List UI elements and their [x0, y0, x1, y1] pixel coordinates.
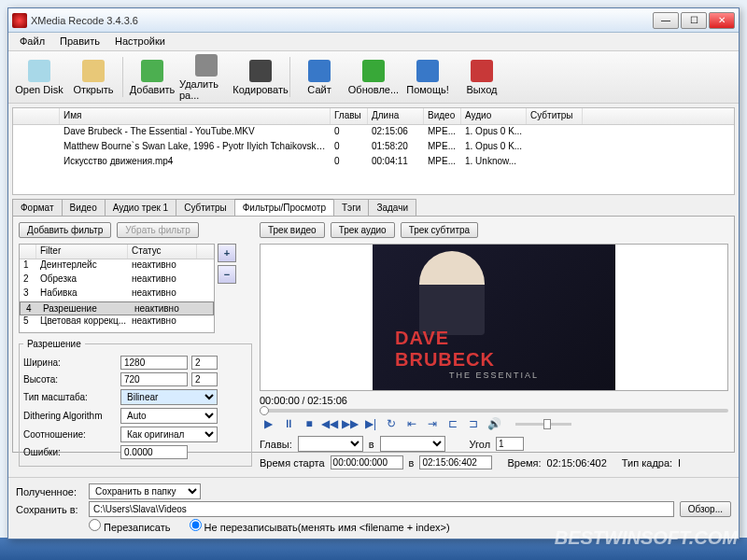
stop-icon[interactable]: ■ — [301, 415, 317, 432]
volume-icon[interactable]: 🔊 — [486, 415, 502, 432]
cut-in-icon[interactable]: ⊏ — [444, 415, 461, 432]
output-label: Полученное: — [16, 486, 83, 497]
menu-file[interactable]: Файл — [12, 33, 52, 50]
track-audio-button[interactable]: Трек аудио — [331, 222, 395, 238]
toolbar-удалить ра...[interactable]: Удалить ра... — [179, 53, 233, 101]
add-filter-button[interactable]: Добавить фильтр — [19, 222, 111, 238]
toolbar-icon — [82, 60, 105, 82]
angle-input[interactable] — [496, 437, 524, 451]
errors-label: Ошибки: — [23, 447, 117, 457]
pause-icon[interactable]: ⏸ — [280, 415, 297, 432]
tab-6[interactable]: Задачи — [368, 199, 416, 216]
browse-button[interactable]: Обзор... — [680, 501, 731, 517]
filter-panel: Добавить фильтр Убрать фильтр Filter Ста… — [12, 216, 735, 453]
seek-slider[interactable] — [260, 409, 728, 413]
file-col-3[interactable]: Длина — [368, 108, 424, 124]
height-input[interactable] — [120, 372, 188, 386]
close-button[interactable]: ✕ — [709, 12, 735, 29]
file-list[interactable]: ИмяГлавыДлинаВидеоАудиоСубтитры Dave Bru… — [12, 107, 735, 195]
toolbar-обновле...[interactable]: Обновле... — [346, 53, 401, 101]
toolbar-icon — [141, 60, 163, 82]
overwrite-radio[interactable] — [89, 519, 101, 531]
album-line2: BRUBECK — [395, 349, 539, 371]
time-total: 02:15:06 — [307, 395, 347, 406]
ratio-select[interactable]: Как оригинал — [120, 427, 218, 442]
file-col-4[interactable]: Видео — [424, 108, 461, 124]
file-row[interactable]: Dave Brubeck - The Essential - YouTube.M… — [13, 125, 734, 140]
tab-0[interactable]: Формат — [12, 199, 63, 216]
toolbar-открыть[interactable]: Открыть — [66, 53, 120, 101]
save-label: Сохранить в: — [16, 504, 83, 515]
track-video-button[interactable]: Трек видео — [260, 222, 325, 238]
album-line1: DAVE — [395, 328, 539, 349]
file-col-5[interactable]: Аудио — [461, 108, 527, 124]
next-icon[interactable]: ▶| — [362, 415, 379, 432]
toolbar-добавить[interactable]: Добавить — [125, 53, 179, 101]
menu-edit[interactable]: Править — [52, 33, 107, 50]
chapter-to-select[interactable] — [380, 436, 445, 452]
maximize-button[interactable]: ☐ — [681, 12, 707, 29]
filter-up-button[interactable]: + — [218, 244, 236, 262]
errors-input[interactable] — [120, 445, 188, 459]
resolution-legend: Разрешение — [23, 339, 85, 349]
toolbar-open disk[interactable]: Open Disk — [12, 53, 66, 101]
mark-out-icon[interactable]: ⇥ — [424, 415, 441, 432]
file-row[interactable]: Matthew Bourne`s Swan Lake, 1996 - Pyotr… — [13, 140, 734, 155]
cut-out-icon[interactable]: ⊐ — [465, 415, 482, 432]
volume-slider[interactable] — [515, 423, 571, 426]
filter-row[interactable]: 1Деинтерлейснеактивно — [20, 259, 214, 273]
height-label: Высота: — [23, 374, 117, 385]
tab-3[interactable]: Субтитры — [176, 199, 235, 216]
toolbar-кодировать[interactable]: Кодировать — [233, 53, 288, 101]
toolbar-выход[interactable]: Выход — [455, 53, 509, 101]
scale-label: Тип масштаба: — [23, 392, 117, 402]
file-col-0[interactable] — [13, 108, 60, 124]
toolbar-помощь![interactable]: Помощь! — [401, 53, 455, 101]
filter-col-num — [20, 245, 36, 259]
ratio-label: Соотношение: — [23, 429, 117, 440]
play-icon[interactable]: ▶ — [260, 415, 276, 432]
toolbar-icon — [195, 54, 218, 77]
no-overwrite-radio[interactable] — [190, 519, 202, 531]
filter-row[interactable]: 2Обрезканеактивно — [20, 273, 214, 287]
tab-5[interactable]: Тэги — [333, 199, 369, 216]
app-icon — [12, 13, 27, 28]
window-title: XMedia Recode 3.4.3.6 — [31, 15, 653, 26]
width-step[interactable] — [191, 356, 218, 370]
filter-table[interactable]: Filter Статус 1Деинтерлейснеактивно2Обре… — [19, 244, 215, 333]
width-input[interactable] — [120, 356, 188, 370]
rewind-icon[interactable]: ◀◀ — [321, 415, 338, 432]
file-col-6[interactable]: Субтитры — [527, 108, 583, 124]
filter-row[interactable]: 5Цветовая коррекц...неактивно — [20, 315, 214, 329]
mark-in-icon[interactable]: ⇤ — [403, 415, 420, 432]
filter-down-button[interactable]: − — [218, 265, 236, 284]
file-row[interactable]: Искусство движения.mp4000:04:11MPE...1. … — [13, 155, 734, 170]
chapter-from-select[interactable] — [298, 436, 363, 452]
menu-settings[interactable]: Настройки — [107, 33, 173, 50]
bottom-panel: Полученное: Сохранить в папку Сохранить … — [8, 477, 739, 539]
menubar: Файл Править Настройки — [8, 33, 739, 51]
tab-2[interactable]: Аудио трек 1 — [105, 199, 176, 216]
toolbar-сайт[interactable]: Сайт — [292, 53, 346, 101]
forward-icon[interactable]: ▶▶ — [342, 415, 359, 432]
filter-col-status: Статус — [128, 245, 197, 259]
remove-filter-button[interactable]: Убрать фильтр — [117, 222, 199, 238]
file-col-1[interactable]: Имя — [60, 108, 331, 124]
filter-row[interactable]: 4Разрешениенеактивно — [20, 301, 214, 315]
dither-select[interactable]: Auto — [120, 408, 218, 424]
start-time-input[interactable] — [331, 455, 403, 469]
tab-4[interactable]: Фильтры/Просмотр — [234, 199, 334, 216]
output-select[interactable]: Сохранить в папку — [89, 483, 201, 499]
end-time-input[interactable] — [419, 455, 492, 469]
loop-icon[interactable]: ↻ — [383, 415, 400, 432]
height-step[interactable] — [191, 372, 218, 386]
toolbar-icon — [471, 60, 493, 82]
toolbar: Open DiskОткрытьДобавитьУдалить ра...Код… — [8, 51, 739, 104]
filter-row[interactable]: 3Набивканеактивно — [20, 287, 214, 301]
file-col-2[interactable]: Главы — [331, 108, 368, 124]
minimize-button[interactable]: — — [653, 12, 679, 29]
scale-select[interactable]: Bilinear — [120, 389, 218, 405]
track-subtitle-button[interactable]: Трек субтитра — [401, 222, 479, 238]
save-path[interactable]: C:\Users\Slava\Videos — [89, 501, 674, 517]
tab-1[interactable]: Видео — [62, 199, 106, 216]
